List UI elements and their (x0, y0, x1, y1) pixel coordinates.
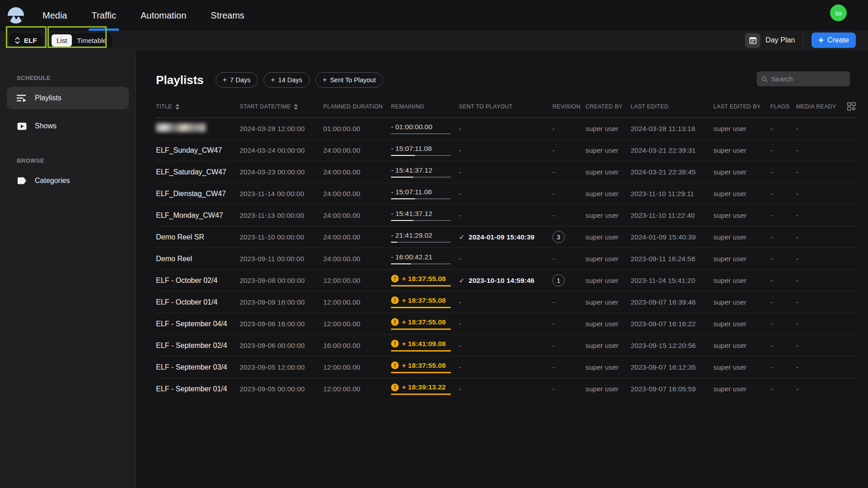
create-button[interactable]: Create (811, 33, 856, 48)
table-row[interactable]: 2024-03-28 12:00:0001:00:00.00- 01:00:00… (156, 118, 857, 140)
remaining-indicator: - 15:41:37.12 (391, 210, 451, 221)
sidebar-item-categories[interactable]: Categories (7, 169, 129, 192)
redacted-title (156, 123, 206, 132)
table-row[interactable]: ELF - September 04/42023-09-06 16:00:001… (156, 313, 857, 335)
sidebar-item-shows[interactable]: Shows (7, 115, 129, 137)
column-header-title[interactable]: TITLE (156, 103, 240, 110)
cell-last-edited: 2023-11-10 11:22:40 (631, 211, 713, 220)
cell-created-by: super user (585, 255, 631, 263)
filter-sent-to-playout-button[interactable]: Sent To Playout (316, 72, 383, 88)
cell-start-datetime: 2023-09-09 16:00:00 (240, 298, 323, 306)
cell-start-datetime: 2023-09-05 12:00:00 (240, 363, 323, 371)
app-logo[interactable] (5, 5, 26, 26)
column-header-last-edited: LAST EDITED (631, 103, 713, 110)
column-label: REMAINING (391, 103, 425, 110)
cell-last-edited-by: super user (713, 342, 770, 350)
view-toggle-list[interactable]: List (52, 34, 72, 47)
nav-item-traffic[interactable]: Traffic (87, 0, 120, 31)
sort-icon[interactable] (175, 104, 179, 110)
cell-sent-to-playout: ✓2024-01-09 15:40:39 (459, 233, 552, 241)
cell-last-edited: 2024-03-21 22:39:31 (631, 146, 713, 155)
cell-media-ready: - (796, 255, 841, 263)
table-row[interactable]: ELF - October 02/42023-09-08 00:00:0012:… (156, 270, 857, 291)
cell-revision: 3 (552, 231, 585, 243)
filter-label: 14 Days (278, 76, 302, 84)
cell-revision: - (552, 363, 585, 371)
filter-7-days-button[interactable]: 7 Days (216, 72, 258, 88)
revision-badge: 1 (552, 274, 565, 286)
remaining-progress-fill (391, 198, 415, 199)
cell-title (156, 123, 240, 134)
cell-start-datetime: 2023-11-10 00:00:00 (240, 233, 323, 241)
table-columns-settings-button[interactable] (841, 102, 857, 112)
day-plan-label[interactable]: Day Plan (765, 36, 795, 44)
sidebar: SCHEDULE Playlists Shows BROWSE Cate (0, 50, 136, 488)
cell-media-ready: - (796, 363, 841, 371)
plus-icon (818, 36, 824, 45)
cell-revision: - (552, 298, 585, 306)
remaining-progress-fill (391, 220, 413, 221)
cell-planned-duration: 24:00:00.00 (323, 255, 391, 263)
cell-planned-duration: 12:00:00.00 (323, 385, 391, 393)
cell-start-datetime: 2023-11-14 00:00:00 (240, 190, 323, 198)
remaining-text: - 01:00:00.00 (391, 123, 451, 131)
cell-sent-to-playout: - (459, 385, 552, 393)
cell-planned-duration: 24:00:00.00 (323, 233, 391, 241)
search-input[interactable] (771, 75, 845, 83)
remaining-progress-bar (391, 394, 451, 395)
table-row[interactable]: ELF_Monday_CW472023-11-13 00:00:0024:00:… (156, 205, 857, 226)
column-header-revision: REVISION (552, 103, 585, 110)
nav-item-media[interactable]: Media (38, 0, 71, 31)
toolbar-right-group: Day Plan Create (745, 31, 856, 50)
plus-icon (223, 76, 227, 84)
sidebar-section-schedule: SCHEDULE (17, 75, 136, 81)
remaining-text: - 15:07:11.08 (391, 188, 451, 196)
nav-item-automation[interactable]: Automation (136, 0, 191, 31)
filter-14-days-button[interactable]: 14 Days (264, 72, 310, 88)
warning-icon: ! (391, 384, 399, 391)
remaining-value: - 16:00:42.21 (391, 253, 432, 261)
cell-remaining: !+ 16:41:09.08 (391, 340, 459, 352)
table-row[interactable]: ELF_Dienstag_CW472023-11-14 00:00:0024:0… (156, 183, 857, 205)
cell-remaining: - 15:41:37.12 (391, 210, 459, 221)
cell-flags: - (770, 146, 796, 155)
nav-item-streams[interactable]: Streams (206, 0, 249, 31)
table-row[interactable]: Demo Reel2023-09-11 00:00:0024:00:00.00-… (156, 248, 857, 270)
remaining-progress-bar (391, 242, 451, 243)
cell-last-edited: 2023-09-11 16:24:58 (631, 255, 713, 263)
day-plan-button[interactable] (745, 33, 760, 48)
cell-revision: - (552, 255, 585, 263)
cell-remaining: - 15:07:11.08 (391, 188, 459, 199)
cell-remaining: - 15:07:11.08 (391, 145, 459, 156)
cell-planned-duration: 24:00:00.00 (323, 146, 391, 155)
cell-flags: - (770, 168, 796, 176)
remaining-indicator: !+ 18:39:13.22 (391, 383, 451, 395)
primary-nav: Media Traffic Automation Streams (38, 0, 264, 31)
sort-icon[interactable] (294, 104, 298, 110)
channel-select[interactable]: ELF (10, 33, 43, 47)
cell-flags: - (770, 211, 796, 220)
cell-created-by: super user (585, 168, 631, 176)
table-row[interactable]: ELF_Saturday_CW472024-03-23 00:00:0024:0… (156, 161, 857, 183)
table-row[interactable]: ELF - September 01/42023-09-05 00:00:001… (156, 378, 857, 400)
table-row[interactable]: ELF_Sunday_CW472024-03-24 00:00:0024:00:… (156, 140, 857, 161)
sidebar-item-label: Playlists (35, 94, 61, 102)
view-toggle-timetable[interactable]: Timetable (72, 34, 111, 47)
cell-start-datetime: 2023-09-06 16:00:00 (240, 320, 323, 328)
cell-sent-to-playout: - (459, 320, 552, 328)
sidebar-item-playlists[interactable]: Playlists (7, 87, 129, 109)
table-row[interactable]: ELF - October 01/42023-09-09 16:00:0012:… (156, 291, 857, 313)
remaining-indicator: !+ 18:37:55.08 (391, 275, 451, 286)
remaining-progress-bar (391, 372, 451, 373)
remaining-value: + 18:37:55.08 (402, 296, 446, 305)
table-row[interactable]: ELF - September 02/42023-09-06 00:00:001… (156, 335, 857, 357)
user-avatar[interactable]: su (830, 5, 847, 21)
table-row[interactable]: ELF - September 03/42023-09-05 12:00:001… (156, 357, 857, 378)
column-header-start-datetime[interactable]: START DATE/TIME (240, 103, 323, 110)
cell-title: ELF - October 02/4 (156, 277, 240, 285)
cell-last-edited-by: super user (713, 190, 770, 198)
table-row[interactable]: Demo Reel SR2023-11-10 00:00:0024:00:00.… (156, 226, 857, 248)
table-body: 2024-03-28 12:00:0001:00:00.00- 01:00:00… (156, 118, 857, 400)
cell-flags: - (770, 363, 796, 371)
cell-title: ELF - September 04/4 (156, 320, 240, 328)
